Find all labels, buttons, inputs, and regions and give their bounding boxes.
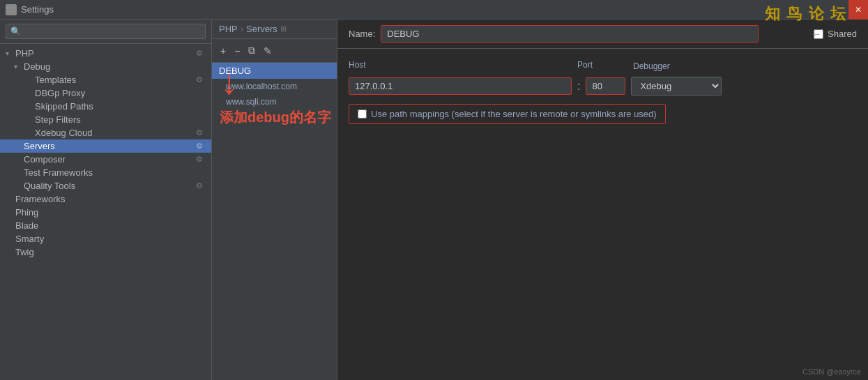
sidebar-item-php[interactable]: ▾ PHP ⚙ <box>0 47 211 60</box>
expand-icon: ▾ <box>6 50 14 57</box>
sidebar-item-frameworks[interactable]: Frameworks <box>0 192 211 206</box>
form-labels: Host Port Debugger <box>349 60 857 73</box>
sidebar-item-label: Quality Tools <box>24 181 193 191</box>
port-label: Port <box>577 60 633 73</box>
name-row: Name: <box>349 25 814 43</box>
name-input[interactable] <box>381 26 758 42</box>
search-input[interactable] <box>6 24 206 39</box>
copy-server-button[interactable]: ⧉ <box>245 43 258 58</box>
sidebar-item-xdebug-cloud[interactable]: Xdebug Cloud ⚙ <box>0 126 211 139</box>
add-server-button[interactable]: + <box>218 44 229 58</box>
sidebar-item-templates[interactable]: Templates ⚙ <box>0 73 211 86</box>
sidebar-item-blade[interactable]: Blade <box>0 219 211 232</box>
sidebar-item-skipped-paths[interactable]: Skipped Paths <box>0 100 211 113</box>
expand-icon: ▾ <box>14 63 22 70</box>
path-mappings-label: Use path mappings (select if the server … <box>371 109 657 119</box>
sidebar-item-label: Skipped Paths <box>35 101 206 112</box>
gear-icon: ⚙ <box>196 142 206 151</box>
sidebar-item-label: Servers <box>24 141 193 151</box>
annotation-text: 添加debug的名字 <box>220 108 331 127</box>
sidebar-item-label: Composer <box>24 154 193 165</box>
form-area: Host Port Debugger : Xdebug Zend Debugge… <box>337 49 868 135</box>
breadcrumb: PHP › Servers ⊞ <box>212 20 337 39</box>
server-toolbar: + − ⧉ ✎ <box>212 39 337 63</box>
edit-server-button[interactable]: ✎ <box>261 44 275 58</box>
path-mappings-checkbox[interactable] <box>358 109 367 119</box>
sidebar: ▾ PHP ⚙ ▾ Debug Templates ⚙ DBGp Proxy S… <box>0 20 212 380</box>
sidebar-item-label: DBGp Proxy <box>35 88 206 98</box>
sidebar-item-label: Phing <box>15 207 206 218</box>
breadcrumb-separator: › <box>241 24 243 34</box>
sidebar-item-label: Templates <box>35 75 193 85</box>
port-input-wrapper <box>586 77 625 95</box>
breadcrumb-servers: Servers <box>246 24 277 34</box>
sidebar-item-quality-tools[interactable]: Quality Tools ⚙ <box>0 179 211 192</box>
close-button[interactable]: ✕ <box>848 0 868 20</box>
sidebar-item-label: Debug <box>24 61 206 72</box>
red-arrow-annotation: ↑ <box>220 70 238 105</box>
sidebar-item-smarty[interactable]: Smarty <box>0 232 211 245</box>
name-label: Name: <box>349 29 375 39</box>
main-layout: ▾ PHP ⚙ ▾ Debug Templates ⚙ DBGp Proxy S… <box>0 20 868 380</box>
host-port-row: : Xdebug Zend Debugger <box>349 77 857 96</box>
titlebar: Settings ✕ <box>0 0 868 20</box>
sidebar-item-label: Smarty <box>15 234 206 244</box>
sidebar-item-label: PHP <box>15 48 193 59</box>
nav-arrows: ← → <box>809 26 840 42</box>
path-mappings-row: Use path mappings (select if the server … <box>349 104 857 124</box>
sidebar-item-debug[interactable]: ▾ Debug <box>0 60 211 73</box>
back-button[interactable]: ← <box>809 26 823 42</box>
host-input[interactable] <box>349 78 571 94</box>
remove-server-button[interactable]: − <box>231 44 243 58</box>
sidebar-search-area <box>0 20 211 44</box>
sidebar-item-label: Step Filters <box>35 114 206 125</box>
colon-separator: : <box>577 80 580 93</box>
sidebar-item-label: Twig <box>15 247 206 257</box>
gear-icon: ⚙ <box>196 75 206 85</box>
sidebar-item-label: Xdebug Cloud <box>35 128 193 138</box>
gear-icon: ⚙ <box>196 128 206 138</box>
sidebar-item-dbgp-proxy[interactable]: DBGp Proxy <box>0 86 211 100</box>
sidebar-item-test-frameworks[interactable]: Test Frameworks <box>0 166 211 179</box>
watermark: 知 鸟 论 坛 <box>765 3 848 24</box>
host-label: Host <box>349 60 572 73</box>
sidebar-item-label: Frameworks <box>15 194 206 204</box>
host-input-wrapper <box>349 77 572 95</box>
sidebar-item-label: Test Frameworks <box>24 167 206 178</box>
forward-button[interactable]: → <box>826 26 840 42</box>
breadcrumb-expand-icon[interactable]: ⊞ <box>280 24 287 33</box>
path-mappings-area: Use path mappings (select if the server … <box>349 104 666 124</box>
sidebar-tree: ▾ PHP ⚙ ▾ Debug Templates ⚙ DBGp Proxy S… <box>0 44 211 380</box>
sidebar-item-step-filters[interactable]: Step Filters <box>0 113 211 126</box>
app-icon <box>6 4 17 15</box>
sidebar-item-servers[interactable]: Servers ⚙ <box>0 139 211 153</box>
name-input-wrapper <box>381 25 759 43</box>
gear-icon: ⚙ <box>196 155 206 165</box>
port-input[interactable] <box>586 78 625 94</box>
right-panel: Name: Shared Host Port Debugger : <box>337 20 868 380</box>
debugger-label: Debugger <box>633 60 670 73</box>
gear-icon: ⚙ <box>196 49 206 59</box>
titlebar-title: Settings <box>21 4 54 15</box>
breadcrumb-php: PHP <box>219 24 238 34</box>
sidebar-item-twig[interactable]: Twig <box>0 245 211 259</box>
sidebar-item-label: Blade <box>15 220 206 231</box>
sidebar-item-phing[interactable]: Phing <box>0 206 211 219</box>
gear-icon: ⚙ <box>196 181 206 191</box>
sidebar-item-composer[interactable]: Composer ⚙ <box>0 153 211 166</box>
debugger-select[interactable]: Xdebug Zend Debugger <box>631 77 722 96</box>
csdn-credit: CSDN @easyrce <box>802 367 861 376</box>
